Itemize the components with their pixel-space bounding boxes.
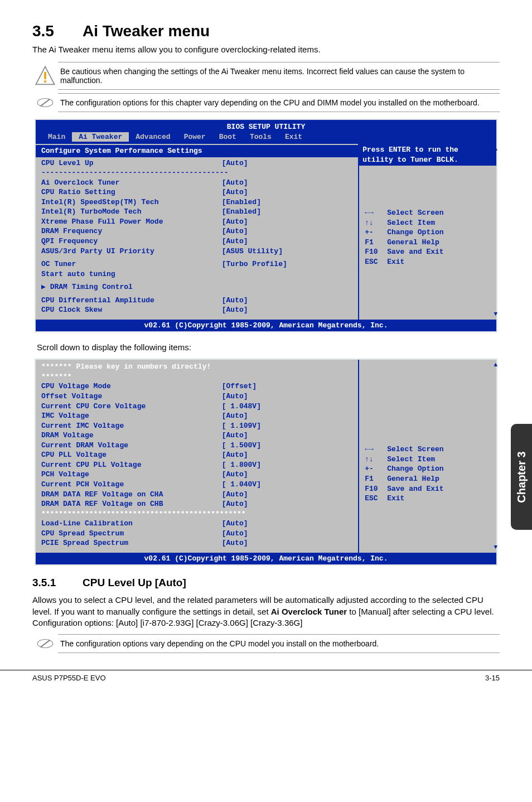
config-row[interactable]: CPU Clock Skew[Auto] <box>41 305 352 315</box>
config-label: Intel(R) SpeedStep(TM) Tech <box>41 197 222 207</box>
config-value: [Auto] <box>222 538 248 548</box>
config-value: [Enabled] <box>222 207 261 217</box>
info-note-2: The configuration options vary depending… <box>32 634 500 653</box>
help-desc: General Help <box>387 238 439 248</box>
config-value: [ 1.040V] <box>222 480 261 490</box>
config-row[interactable]: Load-Line Calibration[Auto] <box>41 519 352 529</box>
help-key: ←→ <box>365 208 387 218</box>
config-row[interactable]: ******* Please key in numbers directly! … <box>41 362 352 381</box>
config-label: IMC Voltage <box>41 411 222 421</box>
help-desc: Save and Exit <box>387 484 443 494</box>
config-row[interactable]: OC Tuner[Turbo Profile] <box>41 259 352 269</box>
scroll-up-icon: ▲ <box>494 145 497 153</box>
config-row[interactable]: ▶ DRAM Timing Control <box>41 282 352 292</box>
config-row[interactable]: CPU Level Up[Auto] <box>41 158 352 168</box>
config-value: [Offset] <box>222 381 257 392</box>
tab-main[interactable]: Main <box>41 132 72 142</box>
config-label: Offset Voltage <box>41 392 222 402</box>
config-label: CPU Ratio Setting <box>41 187 222 197</box>
svg-line-6 <box>41 640 50 648</box>
config-row[interactable]: DRAM Frequency[Auto] <box>41 226 352 236</box>
config-row[interactable]: ****************************************… <box>41 509 352 519</box>
config-label: Load-Line Calibration <box>41 519 222 529</box>
config-row[interactable]: Current CPU PLL Voltage[ 1.800V] <box>41 460 352 470</box>
help-desc: Save and Exit <box>387 247 443 257</box>
config-label: ▶ DRAM Timing Control <box>41 282 222 292</box>
help-desc: Select Item <box>387 218 435 228</box>
config-value: [Turbo Profile] <box>222 259 287 269</box>
config-value: [Auto] <box>222 178 248 188</box>
scroll-caption: Scroll down to display the following ite… <box>37 342 497 352</box>
config-value: [ 1.048V] <box>222 402 261 412</box>
bios-pane-heading: Configure System Performance Settings <box>36 145 358 157</box>
intro-text: The Ai Tweaker menu items allow you to c… <box>32 45 500 54</box>
config-value: [Auto] <box>222 431 248 441</box>
config-label: DRAM DATA REF Voltage on CHB <box>41 499 222 509</box>
bios-title: BIOS SETUP UTILITY <box>36 120 496 132</box>
help-key: ESC <box>365 494 387 504</box>
config-value: [Auto] <box>222 187 248 197</box>
config-row[interactable]: ASUS/3rd Party UI Priority[ASUS Utility] <box>41 247 352 257</box>
config-row[interactable]: Current CPU Core Voltage[ 1.048V] <box>41 402 352 412</box>
config-row[interactable]: Current PCH Voltage[ 1.040V] <box>41 480 352 490</box>
tab-advanced[interactable]: Advanced <box>129 132 177 142</box>
tab-power[interactable]: Power <box>177 132 212 142</box>
help-key-row: ←→Select Screen <box>365 208 491 218</box>
config-value: [Auto] <box>222 490 248 500</box>
help-desc: Change Option <box>387 228 443 238</box>
tab-exit[interactable]: Exit <box>278 132 309 142</box>
config-label: Current CPU Core Voltage <box>41 402 222 412</box>
help-key: ←→ <box>365 445 387 455</box>
bios-left-pane: Configure System Performance Settings CP… <box>36 144 358 320</box>
config-label: Current DRAM Voltage <box>41 441 222 451</box>
tab-ai-tweaker[interactable]: Ai Tweaker <box>72 132 129 142</box>
config-row[interactable]: CPU Ratio Setting[Auto] <box>41 187 352 197</box>
help-text-line1: Press ENTER to run the <box>362 145 493 155</box>
tab-tools[interactable]: Tools <box>243 132 278 142</box>
config-row[interactable]: CPU PLL Voltage[Auto] <box>41 450 352 460</box>
config-row[interactable]: Current DRAM Voltage[ 1.500V] <box>41 441 352 451</box>
config-label: ASUS/3rd Party UI Priority <box>41 247 222 257</box>
config-label: OC Tuner <box>41 259 222 269</box>
tab-boot[interactable]: Boot <box>212 132 243 142</box>
help-key: ESC <box>365 257 387 267</box>
config-row[interactable]: CPU Voltage Mode[Offset] <box>41 381 352 392</box>
config-row[interactable]: Xtreme Phase Full Power Mode[Auto] <box>41 217 352 227</box>
config-row[interactable]: DRAM Voltage[Auto] <box>41 431 352 441</box>
config-row[interactable]: DRAM DATA REF Voltage on CHB[Auto] <box>41 499 352 509</box>
config-row[interactable]: Intel(R) SpeedStep(TM) Tech[Enabled] <box>41 197 352 207</box>
help-key-row: +-Change Option <box>365 464 491 474</box>
help-key: F10 <box>365 484 387 494</box>
config-value: [Auto] <box>222 296 248 306</box>
config-row[interactable]: Ai Overclock Tuner[Auto] <box>41 178 352 188</box>
scroll-down-icon: ▼ <box>494 310 497 318</box>
config-row[interactable]: CPU Spread Spectrum[Auto] <box>41 529 352 539</box>
bios-screenshot-1: BIOS SETUP UTILITY Main Ai Tweaker Advan… <box>35 119 497 332</box>
config-row[interactable]: Start auto tuning <box>41 269 352 279</box>
config-row[interactable]: PCIE Spread Spectrum[Auto] <box>41 538 352 548</box>
config-value: [Auto] <box>222 392 248 402</box>
config-row[interactable]: Current IMC Voltage[ 1.109V] <box>41 421 352 431</box>
config-label: CPU Level Up <box>41 158 222 168</box>
config-row[interactable]: IMC Voltage[Auto] <box>41 411 352 421</box>
config-value: [Auto] <box>222 411 248 421</box>
config-value: [ 1.800V] <box>222 460 261 470</box>
warning-icon <box>32 65 58 86</box>
config-label: DRAM Frequency <box>41 226 222 236</box>
config-row[interactable]: CPU Differential Amplitude[Auto] <box>41 296 352 306</box>
subsection-title: CPU Level Up [Auto] <box>83 577 186 588</box>
config-row[interactable]: Intel(R) TurboMode Tech[Enabled] <box>41 207 352 217</box>
bios-tab-bar: Main Ai Tweaker Advanced Power Boot Tool… <box>36 132 496 144</box>
help-key-row: F1General Help <box>365 474 491 484</box>
chapter-side-tab: Chapter 3 <box>511 424 532 530</box>
config-label: PCIE Spread Spectrum <box>41 538 222 548</box>
pencil-icon <box>32 634 58 653</box>
config-row[interactable]: Offset Voltage[Auto] <box>41 392 352 402</box>
config-row[interactable]: DRAM DATA REF Voltage on CHA[Auto] <box>41 490 352 500</box>
config-row[interactable]: PCH Voltage[Auto] <box>41 470 352 480</box>
config-row[interactable]: QPI Frequency[Auto] <box>41 236 352 247</box>
config-value: [Auto] <box>222 450 248 460</box>
config-value: [ 1.500V] <box>222 441 261 451</box>
config-value: [Auto] <box>222 519 248 529</box>
config-value: [Auto] <box>222 470 248 480</box>
